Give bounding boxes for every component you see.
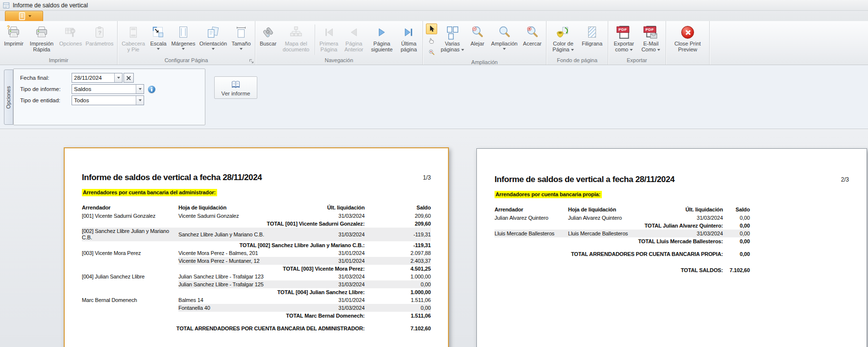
tipo-de-informe-select[interactable]: Saldos (72, 84, 144, 94)
orientacion-button[interactable]: Orientación (198, 23, 229, 57)
varias-paginas-button[interactable]: Varias páginas (439, 23, 466, 59)
parametros-button[interactable]: ? Parámetros (84, 23, 115, 57)
pointer-icon (428, 25, 436, 33)
print-options-icon (63, 23, 78, 41)
margenes-button[interactable]: Márgenes (170, 23, 197, 57)
report-header: Informe de saldos de vertical a fecha 28… (82, 173, 431, 183)
table-header-row: Arrendador Hoja de liquidación Últ. liqu… (82, 203, 431, 212)
ribbon-group-ampliacion: Varias páginas Alejar Ampliación (423, 21, 546, 65)
dialog-launcher-icon[interactable] (249, 59, 254, 64)
export-pdf-icon: PDF (616, 23, 632, 41)
fecha-final-input[interactable]: 28/11/2024 (72, 73, 123, 83)
button-label: Filigrana (582, 41, 602, 46)
svg-text:?: ? (7, 25, 10, 30)
tipo-de-entidad-row: Tipo de entidad: Todos (20, 95, 205, 105)
tab-opciones-label: Opciones (6, 86, 12, 108)
acercar-button[interactable]: Acercar (521, 23, 544, 59)
zoom-tool-stack (425, 23, 438, 59)
chevron-down-icon[interactable] (136, 85, 144, 93)
filigrana-button[interactable]: Filigrana (578, 23, 606, 57)
scale-icon (151, 23, 166, 41)
multiple-pages-icon (445, 23, 460, 41)
table-header-row: Arrendador Hoja de liquidación Últ. liqu… (495, 205, 750, 214)
ribbon-group-close: Close Print Preview (666, 21, 710, 65)
report-page-2[interactable]: Informe de saldos de vertical a fecha 28… (476, 148, 867, 347)
group-caption: Navegación (255, 57, 422, 65)
ver-informe-label: Ver informe (222, 91, 250, 96)
tamano-button[interactable]: Tamaño (229, 23, 253, 57)
chevron-down-icon (630, 49, 633, 51)
table-row: [004] Julian Sanchez LlibreJulian Sanche… (82, 273, 431, 280)
hand-icon (428, 37, 436, 45)
cabecera-y-pie-button[interactable]: Cabecera y Pie (120, 23, 147, 57)
button-label: Página siguiente (368, 41, 396, 52)
close-icon (681, 23, 694, 41)
tipo-de-informe-row: Tipo de informe: Saldos (20, 84, 205, 94)
printer-icon: ? (6, 23, 21, 41)
grand-total-row: TOTAL ARRENDADORES POR CUENTA BANCARIA P… (495, 250, 750, 258)
group-caption (666, 57, 709, 65)
ultima-pagina-button[interactable]: Última página (397, 23, 421, 57)
total-row: TOTAL [001] Vicente Sadurni Gonzalez:209… (82, 220, 431, 228)
total-row: TOTAL [002] Sanchez Llibre Julian y Mari… (82, 241, 431, 249)
chevron-down-icon (503, 48, 506, 50)
imprimir-button[interactable]: ? Imprimir (2, 23, 25, 57)
chevron-down-icon (28, 15, 31, 17)
escala-button[interactable]: Escala (148, 23, 169, 57)
opciones-button[interactable]: Opciones (58, 23, 83, 57)
title-bar: Informe de saldos de vertical (0, 0, 868, 11)
options-strip: Opciones Fecha final: 28/11/2024 Tipo de… (0, 65, 868, 129)
button-label: Última página (397, 41, 420, 52)
mapa-del-documento-button[interactable]: Mapa del documento (279, 23, 313, 57)
tab-opciones[interactable]: Opciones (4, 69, 13, 125)
email-como-button[interactable]: PDF E-Mail Como (638, 23, 664, 57)
button-label: Orientación (199, 41, 227, 46)
chevron-down-icon[interactable] (136, 96, 144, 105)
watermark-icon (585, 23, 599, 41)
report-icon (3, 2, 10, 9)
group-caption: Configurar Página (118, 57, 255, 65)
buscar-button[interactable]: Buscar (257, 23, 279, 57)
final-total-row: TOTAL SALDOS:7.102,60 (495, 266, 750, 274)
color-de-pagina-button[interactable]: Color de Página (548, 23, 578, 57)
total-row: TOTAL [004] Julian Sanchez Llibre:1.000,… (82, 288, 431, 296)
primera-pagina-button[interactable]: Primera Página (317, 23, 341, 57)
button-label: Alejar (471, 41, 484, 46)
tipo-de-entidad-value: Todos (72, 96, 136, 105)
app-menu-button[interactable] (5, 11, 43, 21)
zoom-tool-button[interactable] (426, 47, 437, 58)
total-row: TOTAL Lluis Mercade Ballesteros:0,00 (495, 237, 750, 245)
tipo-de-entidad-label: Tipo de entidad: (20, 97, 72, 103)
pointer-tool-button[interactable] (426, 23, 437, 34)
total-row: TOTAL [003] Vicente Mora Perez:4.501,25 (82, 265, 431, 273)
button-label: Exportar como (611, 41, 637, 52)
report-page-1[interactable]: Informe de saldos de vertical a fecha 28… (64, 147, 449, 347)
chevron-down-icon (157, 48, 160, 50)
chevron-down-icon (657, 49, 660, 51)
button-label: Ampliación (491, 41, 518, 46)
grand-total-row: TOTAL ARRENDADORES POR CUENTA BANCARIA D… (82, 324, 431, 332)
button-label: Cabecera y Pie (120, 41, 147, 52)
chevron-down-icon (212, 48, 215, 50)
quick-print-icon (34, 23, 49, 41)
close-icon (126, 75, 131, 81)
table-row: Lluis Mercade BallesterosLluis Mercade B… (495, 230, 750, 237)
clear-date-button[interactable] (124, 73, 134, 83)
next-page-icon (375, 23, 388, 41)
table-row: Vicente Mora Perez - Muntaner, 1231/01/2… (82, 257, 431, 265)
orientation-icon (206, 23, 221, 41)
ver-informe-button[interactable]: Ver informe (214, 76, 257, 99)
ampliacion-button[interactable]: Ampliación (489, 23, 520, 59)
preview-area[interactable]: Informe de saldos de vertical a fecha 28… (0, 129, 868, 347)
button-label: Márgenes (172, 41, 196, 46)
hand-tool-button[interactable] (426, 35, 437, 46)
tipo-de-entidad-select[interactable]: Todos (72, 95, 144, 105)
impresion-rapida-button[interactable]: Impresión Rápida (26, 23, 57, 57)
exportar-como-button[interactable]: PDF Exportar como (610, 23, 638, 57)
pagina-anterior-button[interactable]: Página Anterior (341, 23, 367, 57)
alejar-button[interactable]: Alejar (467, 23, 488, 59)
chevron-down-icon[interactable] (114, 73, 122, 82)
pagina-siguiente-button[interactable]: Página siguiente (367, 23, 397, 57)
close-print-preview-button[interactable]: Close Print Preview (668, 23, 707, 57)
print-preview-window: Informe de saldos de vertical ? Imprimir (0, 0, 868, 347)
